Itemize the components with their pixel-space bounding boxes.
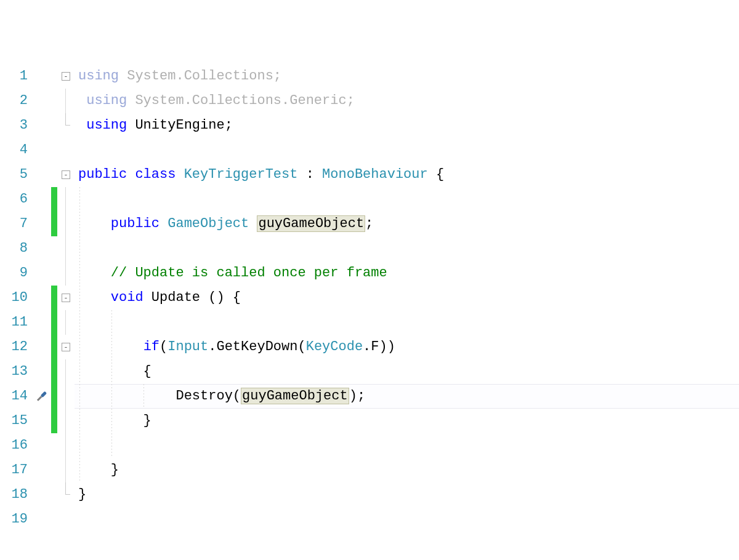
change-marker (51, 261, 57, 286)
change-marker (51, 335, 57, 359)
code-line[interactable] (75, 187, 739, 212)
indent-guide (79, 433, 80, 458)
margin-icon-cell (34, 507, 51, 532)
fold-cell (57, 507, 75, 532)
indent-guide (111, 310, 112, 335)
fold-cell (57, 138, 75, 162)
fold-cell (57, 113, 75, 138)
change-marker (51, 507, 57, 532)
code-line[interactable]: if(Input.GetKeyDown(KeyCode.F)) (75, 335, 739, 359)
code-token: } (78, 462, 119, 478)
code-token: ); (349, 388, 365, 404)
line-number: 19 (0, 507, 28, 532)
indent-guide (79, 458, 80, 482)
line-number: 14 (0, 384, 28, 409)
fold-cell[interactable]: - (57, 64, 75, 89)
code-line[interactable]: } (75, 458, 739, 482)
margin-icon-cell (34, 212, 51, 236)
line-number: 9 (0, 261, 28, 286)
indent-guide (111, 384, 112, 409)
code-line[interactable] (75, 138, 739, 162)
change-marker (51, 64, 57, 89)
fold-cell (57, 187, 75, 212)
code-token: Update () { (143, 290, 241, 305)
code-token: System.Collections.Generic; (127, 93, 355, 108)
code-token: .F)) (363, 339, 395, 354)
change-marker (51, 482, 57, 507)
code-line[interactable]: public GameObject guyGameObject; (75, 212, 739, 236)
margin-icon-cell (34, 310, 51, 335)
line-number: 8 (0, 236, 28, 261)
line-number: 7 (0, 212, 28, 236)
code-line[interactable] (75, 507, 739, 532)
margin-icon-cell (34, 433, 51, 458)
fold-cell (57, 359, 75, 384)
line-number: 4 (0, 138, 28, 162)
code-token (249, 216, 257, 231)
code-token (127, 167, 135, 182)
indent-guide (79, 187, 80, 212)
code-token: } (78, 487, 86, 502)
code-line[interactable] (75, 310, 739, 335)
code-token (78, 339, 143, 354)
margin-icon-cell (34, 113, 51, 138)
fold-cell (57, 261, 75, 286)
change-marker (51, 433, 57, 458)
fold-cell (57, 310, 75, 335)
indent-guide (79, 409, 80, 433)
code-area[interactable]: using System.Collections; using System.C… (75, 62, 739, 560)
margin-icon-cell (34, 384, 51, 409)
fold-cell[interactable]: - (57, 335, 75, 359)
code-token: System.Collections; (119, 68, 281, 84)
code-line[interactable]: using UnityEngine; (75, 113, 739, 138)
code-line[interactable]: Destroy(guyGameObject); (75, 384, 739, 409)
code-line[interactable]: void Update () { (75, 286, 739, 310)
fold-toggle-icon[interactable]: - (62, 170, 70, 179)
fold-toggle-icon[interactable]: - (62, 294, 70, 302)
code-line[interactable] (75, 433, 739, 458)
code-line[interactable]: { (75, 359, 739, 384)
code-token: // Update is called once per frame (111, 265, 387, 281)
code-line[interactable]: // Update is called once per frame (75, 261, 739, 286)
code-line[interactable]: using System.Collections.Generic; (75, 89, 739, 113)
code-line[interactable]: using System.Collections; (75, 64, 739, 89)
fold-cell[interactable]: - (57, 162, 75, 187)
code-line[interactable]: } (75, 409, 739, 433)
indent-guide (79, 212, 80, 236)
line-number: 3 (0, 113, 28, 138)
code-line[interactable]: } (75, 482, 739, 507)
margin-icon-cell (34, 89, 51, 113)
change-marker (51, 89, 57, 113)
fold-toggle-icon[interactable]: - (62, 72, 70, 81)
indent-guide (111, 335, 112, 359)
line-number: 5 (0, 162, 28, 187)
fold-cell[interactable]: - (57, 286, 75, 310)
change-marker (51, 138, 57, 162)
indent-guide (79, 261, 80, 286)
code-token: { (428, 167, 444, 182)
margin-icon-cell (34, 359, 51, 384)
code-line[interactable]: public class KeyTriggerTest : MonoBehavi… (75, 162, 739, 187)
margin-icon-cell (34, 482, 51, 507)
code-token: GameObject (168, 216, 249, 231)
fold-cell (57, 433, 75, 458)
margin-icon-cell (34, 138, 51, 162)
fold-cell (57, 89, 75, 113)
line-number: 12 (0, 335, 28, 359)
code-token (176, 167, 184, 182)
fold-cell (57, 212, 75, 236)
code-token: ( (160, 339, 168, 354)
fold-toggle-icon[interactable]: - (62, 343, 70, 351)
code-token: ; (365, 216, 373, 231)
code-folding-column[interactable]: ---- (57, 62, 75, 560)
line-number: 10 (0, 286, 28, 310)
code-token: class (135, 167, 176, 182)
margin-icon-cell (34, 335, 51, 359)
code-line[interactable] (75, 236, 739, 261)
code-token: Destroy( (78, 388, 241, 404)
quick-actions-icon[interactable] (33, 388, 50, 405)
code-token: : (297, 167, 322, 182)
change-marker (51, 236, 57, 261)
code-token: public (78, 167, 127, 182)
fold-cell (57, 236, 75, 261)
